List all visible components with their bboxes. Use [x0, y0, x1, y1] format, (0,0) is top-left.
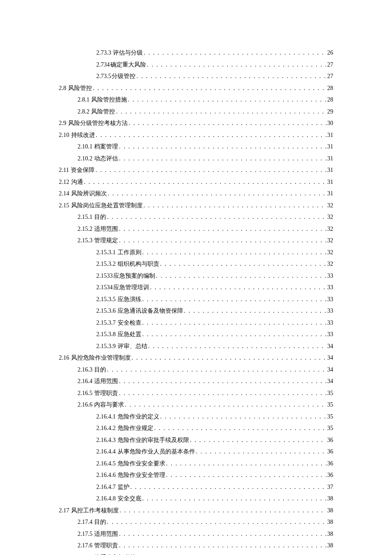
toc-leader-dots	[120, 505, 326, 517]
toc-section-number: 2.16.4.5	[96, 458, 116, 470]
toc-leader-dots	[160, 411, 326, 423]
toc-entry: 2.16.4.2危险作业规定35	[59, 422, 333, 434]
toc-section-title: 管理职责	[94, 540, 118, 552]
toc-page-number: 35	[327, 399, 333, 411]
toc-entry: 2.15.3.7安全检查33	[59, 317, 333, 329]
toc-entry: 2.16.4.5危险作业安全要求36	[59, 458, 333, 470]
toc-leader-dots	[107, 211, 326, 223]
toc-page-number: 35	[327, 387, 333, 399]
toc-leader-dots	[142, 317, 326, 329]
toc-entry: 2.1534应急管理培训33	[59, 282, 333, 293]
toc-page-number: 31	[327, 164, 333, 176]
toc-section-title: 监护	[118, 481, 130, 493]
toc-leader-dots	[119, 540, 326, 552]
toc-section-title: 适用范围	[94, 375, 118, 387]
toc-leader-dots	[128, 94, 326, 106]
toc-section-title: 风险辨识频次	[71, 188, 107, 200]
toc-entry: 2.16.4.4从事危险作业人员的基本条件36	[59, 446, 333, 458]
toc-leader-dots	[125, 399, 326, 411]
toc-page-number: 33	[327, 305, 333, 317]
toc-page-number: 38	[327, 552, 333, 555]
toc-section-number: 2.15.3.8	[96, 328, 116, 340]
toc-section-number: 2.15.3.5	[96, 293, 116, 305]
toc-entry: 2.8.1风险管控措施28	[59, 94, 333, 106]
toc-leader-dots	[108, 188, 326, 200]
toc-section-title: 风险管控	[91, 106, 115, 118]
toc-leader-dots	[156, 270, 326, 282]
toc-section-title: 风险岗位应急处置管理制度	[71, 200, 143, 212]
toc-section-number: 2.17.5	[78, 528, 92, 540]
toc-leader-dots	[160, 258, 326, 270]
toc-entry: 2.16.4.8安全交底38	[59, 493, 333, 505]
toc-leader-dots	[144, 47, 326, 59]
toc-section-number: 2.8.2	[78, 106, 89, 118]
toc-section-title: 工作原则	[118, 247, 141, 259]
toc-section-number: 2.14	[59, 188, 69, 200]
toc-section-title: 应急管理培训	[113, 282, 149, 293]
toc-section-title: 应急处置	[118, 328, 141, 340]
toc-section-title: 安全交底	[118, 493, 141, 505]
toc-leader-dots	[142, 328, 326, 340]
toc-entry: 2.8风险管控28	[59, 82, 333, 94]
toc-leader-dots	[142, 247, 326, 259]
toc-entry: 2.15.3.2组织机构与职责32	[59, 258, 333, 270]
toc-page-number: 31	[327, 153, 333, 165]
toc-section-number: 2.10.2	[78, 153, 92, 165]
toc-entry: 2.11资金保障31	[59, 164, 333, 176]
toc-page-number: 27	[327, 59, 333, 71]
toc-section-title: 风险管控措施	[91, 94, 127, 106]
toc-entry: 2.17.4目的38	[59, 516, 333, 528]
toc-section-number: 2.15.3.1	[96, 247, 116, 259]
toc-leader-dots	[119, 375, 326, 387]
toc-leader-dots	[184, 305, 326, 317]
toc-section-number: 2.8.1	[78, 94, 89, 106]
toc-page-number: 34	[327, 375, 333, 387]
toc-section-number: 2.17.4	[78, 516, 92, 528]
toc-section-number: 2.15.1	[78, 211, 92, 223]
toc-section-number: 2.11	[59, 164, 69, 176]
toc-section-number: 2.17.6	[78, 540, 92, 552]
toc-leader-dots	[130, 481, 326, 493]
toc-page-number: 32	[327, 211, 333, 223]
toc-page-number: 38	[327, 505, 333, 517]
toc-section-title: 体系建立与考核	[94, 552, 136, 555]
toc-page-number: 27	[327, 70, 333, 82]
toc-page-number: 32	[327, 258, 333, 270]
toc-section-number: 2.16.4.6	[96, 469, 116, 481]
toc-entry: 2.9风险分级管控考核方法30	[59, 117, 333, 129]
toc-entry: 2.17.7体系建立与考核38	[59, 552, 333, 555]
toc-section-title: 管理职责	[94, 387, 118, 399]
toc-entry: 2.15.3.5应急演练33	[59, 293, 333, 305]
table-of-contents: 2.73.3评估与分级262.734确定重大风险272.73.5分级管控272.…	[59, 47, 333, 555]
toc-section-number: 2.16	[59, 352, 69, 364]
toc-section-title: 风险分级管控考核方法	[68, 117, 128, 129]
toc-leader-dots	[190, 434, 326, 446]
toc-entry: 2.16.4适用范围34	[59, 375, 333, 387]
toc-leader-dots	[137, 552, 326, 555]
toc-section-title: 资金保障	[71, 164, 95, 176]
toc-page-number: 36	[327, 458, 333, 470]
toc-section-title: 风控工作考核制度	[71, 505, 119, 517]
toc-entry: 2.16.3目的34	[59, 364, 333, 376]
toc-page-number: 38	[327, 540, 333, 552]
toc-leader-dots	[96, 129, 326, 141]
toc-section-number: 2.16.4	[78, 375, 92, 387]
toc-page-number: 34	[327, 352, 333, 364]
toc-section-number: 2.15.3.6	[96, 305, 116, 317]
toc-section-title: 危险作业的审批手续及权限	[118, 434, 189, 446]
toc-leader-dots	[150, 282, 326, 293]
toc-entry: 2.12沟通31	[59, 176, 333, 188]
toc-leader-dots	[119, 141, 326, 153]
toc-section-number: 2.17	[59, 505, 69, 517]
toc-page-number: 31	[327, 141, 333, 153]
toc-section-title: 风控危险作业管理制度	[71, 352, 131, 364]
toc-entry: 2.17风控工作考核制度38	[59, 505, 333, 517]
toc-entry: 2.16.4.7监护37	[59, 481, 333, 493]
toc-page-number: 38	[327, 493, 333, 505]
toc-section-title: 危险作业安全管理	[118, 469, 165, 481]
toc-section-number: 2.15.3	[78, 235, 92, 247]
toc-leader-dots	[119, 387, 326, 399]
toc-page-number: 28	[327, 82, 333, 94]
toc-section-title: 内容与要求	[94, 399, 124, 411]
toc-page-number: 33	[327, 293, 333, 305]
